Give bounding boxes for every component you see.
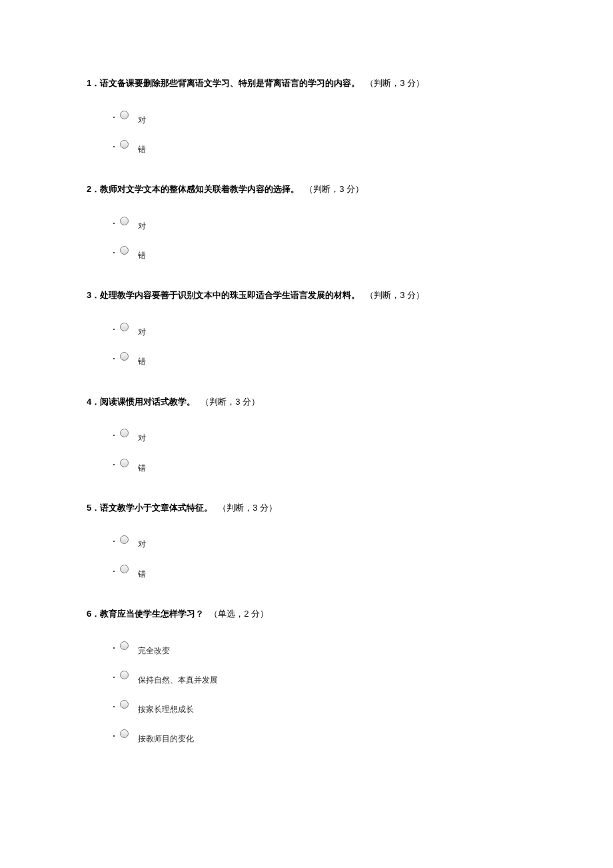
option-item: 对 (120, 217, 526, 229)
options-list: 对错 (87, 535, 526, 577)
option-label: 错 (138, 355, 146, 368)
option-item: 错 (120, 246, 526, 259)
question-meta: （判断，3 分） (365, 78, 424, 88)
radio-icon[interactable] (120, 140, 129, 149)
radio-icon[interactable] (120, 535, 129, 544)
radio-icon[interactable] (120, 565, 129, 573)
question-meta: （判断，3 分） (365, 290, 424, 300)
options-list: 对错 (87, 429, 526, 471)
radio-icon[interactable] (120, 429, 129, 437)
option-label: 按家长理想成长 (138, 703, 194, 716)
radio-icon[interactable] (120, 352, 129, 361)
question-number: 6． (87, 609, 100, 619)
radio-icon[interactable] (120, 700, 129, 709)
question-title: 1．语文备课要删除那些背离语文学习、特别是背离语言的学习的内容。（判断，3 分） (87, 77, 526, 91)
question-meta: （判断，3 分） (218, 503, 277, 513)
radio-icon[interactable] (120, 459, 129, 467)
radio-icon[interactable] (120, 641, 129, 650)
option-item: 错 (120, 565, 526, 577)
option-label: 对 (138, 538, 146, 551)
question-title: 6．教育应当使学生怎样学习？（单选，2 分） (87, 607, 526, 621)
question-meta: （判断，3 分） (305, 184, 364, 194)
question-meta: （单选，2 分） (209, 609, 269, 619)
options-list: 完全改变保持自然、本真并发展按家长理想成长按教师目的变化 (87, 641, 526, 743)
option-item: 对 (120, 323, 526, 335)
question-title: 2．教师对文学文本的整体感知关联着教学内容的选择。（判断，3 分） (87, 183, 526, 197)
option-label: 错 (138, 462, 146, 475)
option-item: 按家长理想成长 (120, 700, 526, 713)
question-text: 处理教学内容要善于识别文本中的珠玉即适合学生语言发展的材料。 (100, 290, 360, 300)
radio-icon[interactable] (120, 111, 129, 119)
question-number: 3． (87, 290, 100, 300)
question-text: 教师对文学文本的整体感知关联着教学内容的选择。 (100, 184, 299, 194)
question-text: 教育应当使学生怎样学习？ (100, 609, 204, 619)
option-item: 错 (120, 459, 526, 471)
question-meta: （判断，3 分） (201, 397, 260, 407)
option-item: 按教师目的变化 (120, 729, 526, 742)
option-item: 保持自然、本真并发展 (120, 671, 526, 683)
question-text: 阅读课惯用对话式教学。 (100, 397, 195, 407)
option-label: 对 (138, 326, 146, 339)
question-3: 3．处理教学内容要善于识别文本中的珠玉即适合学生语言发展的材料。（判断，3 分）… (87, 289, 526, 365)
options-list: 对错 (87, 323, 526, 365)
radio-icon[interactable] (120, 246, 129, 255)
question-5: 5．语文教学小于文章体式特征。（判断，3 分）对错 (87, 501, 526, 577)
question-number: 2． (87, 184, 100, 194)
radio-icon[interactable] (120, 729, 129, 738)
option-label: 错 (138, 249, 146, 262)
option-item: 错 (120, 352, 526, 365)
option-label: 按教师目的变化 (138, 733, 194, 745)
question-text: 语文备课要删除那些背离语文学习、特别是背离语言的学习的内容。 (100, 78, 360, 88)
radio-icon[interactable] (120, 217, 129, 225)
radio-icon[interactable] (120, 671, 129, 679)
question-1: 1．语文备课要删除那些背离语文学习、特别是背离语言的学习的内容。（判断，3 分）… (87, 77, 526, 153)
question-title: 5．语文教学小于文章体式特征。（判断，3 分） (87, 501, 526, 515)
options-list: 对错 (87, 217, 526, 259)
option-label: 对 (138, 432, 146, 445)
options-list: 对错 (87, 111, 526, 153)
option-item: 对 (120, 429, 526, 441)
question-6: 6．教育应当使学生怎样学习？（单选，2 分）完全改变保持自然、本真并发展按家长理… (87, 607, 526, 743)
question-text: 语文教学小于文章体式特征。 (100, 503, 213, 513)
option-item: 完全改变 (120, 641, 526, 654)
option-item: 对 (120, 535, 526, 547)
question-number: 4． (87, 397, 100, 407)
radio-icon[interactable] (120, 323, 129, 331)
question-2: 2．教师对文学文本的整体感知关联着教学内容的选择。（判断，3 分）对错 (87, 183, 526, 259)
quiz-container: 1．语文备课要删除那些背离语文学习、特别是背离语言的学习的内容。（判断，3 分）… (87, 77, 526, 742)
option-label: 对 (138, 220, 146, 233)
option-label: 完全改变 (138, 645, 170, 657)
question-number: 5． (87, 503, 100, 513)
question-title: 4．阅读课惯用对话式教学。（判断，3 分） (87, 395, 526, 409)
option-item: 错 (120, 140, 526, 153)
question-4: 4．阅读课惯用对话式教学。（判断，3 分）对错 (87, 395, 526, 471)
option-item: 对 (120, 111, 526, 123)
option-label: 错 (138, 143, 146, 156)
option-label: 错 (138, 568, 146, 581)
option-label: 保持自然、本真并发展 (138, 674, 218, 687)
option-label: 对 (138, 114, 146, 127)
question-number: 1． (87, 78, 100, 88)
question-title: 3．处理教学内容要善于识别文本中的珠玉即适合学生语言发展的材料。（判断，3 分） (87, 289, 526, 303)
